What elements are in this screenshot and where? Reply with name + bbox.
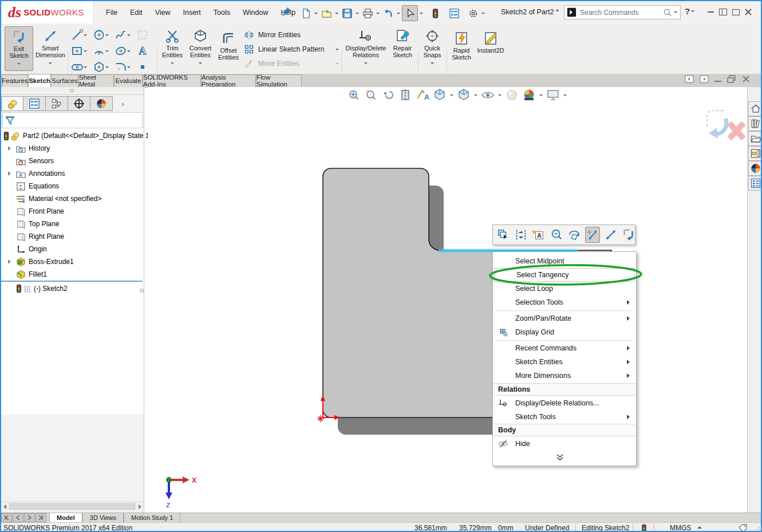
ellipse-dropdown[interactable]: [127, 50, 131, 52]
linear-sketch-pattern-button[interactable]: Linear Sketch Pattern: [244, 43, 339, 56]
quick-snaps-button[interactable]: Quick Snaps: [420, 26, 444, 70]
maximize-button[interactable]: [729, 6, 742, 18]
menu-file[interactable]: File: [100, 1, 124, 23]
select-dropdown[interactable]: [420, 13, 423, 14]
fillet-dropdown[interactable]: [127, 66, 131, 68]
rotate-about-entity-icon[interactable]: [567, 227, 581, 242]
select-other-icon[interactable]: [496, 227, 510, 242]
smart-dimension-context-icon[interactable]: [604, 227, 618, 242]
units-dropdown-arrow[interactable]: [697, 526, 702, 529]
circle-dropdown[interactable]: [105, 34, 109, 36]
trim-dropdown[interactable]: [171, 62, 174, 64]
tab-sheet-metal[interactable]: Sheet Metal: [78, 74, 114, 87]
tab-flow-simulation[interactable]: Flow Simulation: [256, 74, 302, 87]
save-button[interactable]: [340, 6, 354, 21]
menu-item-sketch-tools[interactable]: Sketch Tools: [493, 410, 635, 424]
doc-restore-button[interactable]: [727, 75, 736, 83]
new-document-button[interactable]: [299, 6, 313, 21]
menu-item-sketch-entities[interactable]: Sketch Entities: [493, 355, 635, 369]
menu-tools[interactable]: Tools: [207, 1, 236, 23]
menu-item-select-loop[interactable]: Select Loop: [493, 282, 635, 295]
units-selector[interactable]: MMGS: [670, 524, 691, 532]
relations-dropdown[interactable]: [364, 62, 368, 64]
tab-3d-views[interactable]: 3D Views: [82, 513, 124, 522]
rapid-sketch-button[interactable]: Rapid Sketch: [449, 31, 474, 70]
expand-arrow-icon[interactable]: [8, 171, 11, 176]
undo-button[interactable]: [381, 6, 395, 21]
mirror-entities-button[interactable]: Mirror Entities: [244, 29, 339, 41]
open-dropdown[interactable]: [335, 13, 338, 14]
doc-minimize-button[interactable]: [714, 81, 721, 82]
menu-item-hide[interactable]: Hide: [493, 437, 635, 451]
panel-top-splitter[interactable]: [1, 87, 144, 95]
line-tool-button[interactable]: [71, 27, 93, 42]
tab-model[interactable]: Model: [49, 513, 82, 522]
circle-tool-button[interactable]: [93, 27, 115, 42]
sketch-text-button[interactable]: [136, 44, 158, 58]
next-pane-icon[interactable]: [700, 75, 709, 83]
polygon-dropdown[interactable]: [105, 66, 109, 68]
arc-dropdown[interactable]: [105, 50, 109, 52]
trim-entities-button[interactable]: Trim Entities: [160, 26, 185, 70]
tree-item-boss-extrude1[interactable]: Boss-Extrude1: [16, 255, 74, 268]
panel-tabs-overflow-chevron[interactable]: ›: [113, 100, 133, 108]
sketch-fillet-button[interactable]: [115, 60, 136, 74]
search-commands-box[interactable]: [564, 5, 681, 19]
menu-item-more-dimensions[interactable]: More Dimensions: [493, 369, 635, 383]
print-button[interactable]: [361, 6, 374, 21]
doc-close-button[interactable]: [742, 75, 750, 83]
undo-dropdown[interactable]: [397, 13, 400, 14]
polygon-tool-button[interactable]: [93, 60, 115, 74]
tab-motion-study-1[interactable]: Motion Study 1: [124, 513, 180, 522]
tree-item-origin[interactable]: Origin: [16, 243, 47, 255]
tree-filter-bar[interactable]: [2, 112, 143, 128]
quick-snaps-dropdown[interactable]: [431, 62, 434, 64]
scroll-left-arrow[interactable]: [3, 505, 6, 509]
rectangle-dropdown[interactable]: [84, 50, 87, 52]
menu-item-display-grid[interactable]: Display Grid: [493, 325, 635, 339]
tree-root-part2[interactable]: Part2 (Default<<Default>_Display State 1: [3, 129, 149, 142]
file-properties-button[interactable]: [447, 6, 461, 21]
display-delete-relations-button[interactable]: Display/Delete Relations: [345, 26, 387, 70]
tags-icon[interactable]: [739, 524, 748, 532]
menu-insert[interactable]: Insert: [177, 1, 207, 23]
smart-dimension-dropdown[interactable]: [49, 62, 52, 64]
exit-sketch-button[interactable]: Exit Sketch: [5, 26, 33, 71]
tab-analysis-preparation[interactable]: Analysis Preparation: [201, 74, 256, 87]
options-gear-button[interactable]: [466, 6, 480, 21]
spline-dropdown[interactable]: [127, 34, 131, 36]
home-icon[interactable]: [748, 101, 762, 116]
cancel-sketch-x-icon[interactable]: [729, 123, 744, 139]
prev-tab-nav-button[interactable]: [13, 513, 23, 522]
instant2d-button[interactable]: Instant2D: [476, 31, 505, 70]
zoom-to-selection-icon[interactable]: [550, 227, 563, 242]
line-dropdown[interactable]: [84, 34, 87, 36]
first-tab-nav-button[interactable]: [1, 513, 12, 522]
select-tool-button[interactable]: [402, 5, 418, 21]
point-tool-button[interactable]: [136, 60, 158, 74]
split-panes-button[interactable]: [717, 6, 729, 18]
confirmation-corner[interactable]: [707, 111, 744, 139]
slot-tool-button[interactable]: [71, 60, 93, 74]
search-magnifier-icon[interactable]: [663, 8, 672, 17]
tree-item-front-plane[interactable]: Front Plane: [16, 205, 64, 218]
tree-item-material[interactable]: Material <not specified>: [16, 192, 101, 205]
convert-entities-button[interactable]: Convert Entities: [187, 26, 214, 70]
tab-configurationmanager[interactable]: [46, 96, 68, 111]
tab-propertymanager[interactable]: [23, 96, 46, 111]
tab-dimxpertmanager[interactable]: [68, 96, 90, 111]
menu-item-display-delete-relations[interactable]: Display/Delete Relations...: [493, 396, 635, 410]
expand-arrow-icon[interactable]: [8, 146, 11, 151]
view-palette-icon[interactable]: [748, 146, 762, 161]
rectangle-tool-button[interactable]: [71, 44, 93, 58]
smart-dimension-button[interactable]: Smart Dimension: [35, 26, 65, 70]
new-dropdown[interactable]: [314, 13, 318, 14]
tree-item-annotations[interactable]: A Annotations: [16, 167, 65, 180]
custom-properties-icon[interactable]: [748, 176, 762, 191]
rebuild-traffic-light-icon[interactable]: [428, 6, 442, 21]
tab-evaluate[interactable]: Evaluate: [114, 74, 143, 87]
search-scope-dropdown[interactable]: [674, 11, 677, 13]
previous-pane-icon[interactable]: [685, 75, 694, 83]
repair-sketch-button[interactable]: Repair Sketch: [389, 26, 416, 70]
exit-sketch-dropdown[interactable]: [17, 63, 21, 65]
